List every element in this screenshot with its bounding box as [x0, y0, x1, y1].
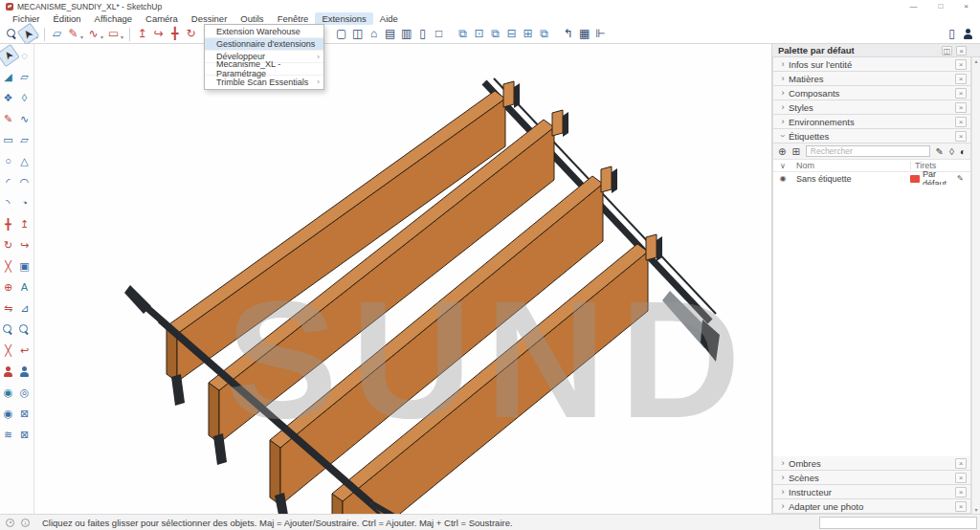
orbit-tool[interactable]: ◉	[0, 384, 16, 401]
menu-camera[interactable]: Caméra	[139, 12, 185, 25]
extension-d-icon[interactable]: ⊠	[16, 426, 33, 443]
section-close-icon[interactable]: ×	[955, 74, 967, 84]
push-pull-tool[interactable]: ↥	[134, 26, 150, 42]
tray-section-styles[interactable]: ›Styles×	[772, 100, 971, 115]
tag-row[interactable]: ◉Sans étiquettePar défaut✎	[773, 172, 970, 185]
style-wireframe-icon[interactable]: ⌂	[366, 26, 382, 42]
signin-icon[interactable]	[960, 26, 976, 42]
tag-edit-pencil-icon[interactable]: ✎	[957, 174, 970, 183]
zoom-window-tool[interactable]	[0, 320, 16, 338]
panel-pin-icon[interactable]: ◫	[942, 46, 952, 55]
tray-section-e-tiquettes[interactable]: ›Étiquettes×	[772, 129, 971, 144]
eraser-tool[interactable]: ▱	[16, 68, 33, 85]
add-tag-icon[interactable]: ⊕	[778, 146, 786, 157]
report-icon[interactable]: ▦	[576, 26, 592, 42]
tray-section-matie-res[interactable]: ›Matières×	[772, 72, 971, 86]
chevron-right-icon[interactable]: ›	[777, 473, 789, 482]
previous-view-tool[interactable]: ↩	[16, 342, 33, 359]
solid-intersect-icon[interactable]: ⊡	[471, 26, 487, 42]
scroll-down-icon[interactable]: ▾	[974, 506, 977, 514]
chevron-right-icon[interactable]: ›	[777, 102, 789, 112]
section-close-icon[interactable]: ×	[955, 88, 967, 99]
chevron-right-icon[interactable]: ›	[777, 487, 789, 497]
section-plane-tool[interactable]: ⊕	[0, 278, 16, 296]
text-tool[interactable]: A	[16, 278, 33, 296]
solid-outer-shell-icon[interactable]: ⧉	[455, 26, 471, 42]
solid-union-icon[interactable]: ⧉	[487, 26, 503, 42]
push-pull-tool[interactable]: ↥	[16, 215, 33, 232]
walk-tool[interactable]	[16, 363, 33, 380]
chevron-right-icon[interactable]: ›	[777, 88, 789, 98]
style-xray-icon[interactable]: ▢	[333, 26, 349, 42]
tray-section-instructeur[interactable]: ›Instructeur×	[772, 485, 971, 499]
style-shaded-icon[interactable]: ▥	[398, 26, 414, 42]
chevron-right-icon[interactable]: ›	[777, 59, 789, 69]
line-tool[interactable]: ✎	[0, 110, 16, 127]
tray-section-infos-sur-l-entite-[interactable]: ›Infos sur l'entité×	[772, 57, 971, 72]
extension-a-icon[interactable]: ◉	[0, 405, 16, 422]
rotate-tool[interactable]: ↻	[183, 26, 199, 42]
style-monochrome-icon[interactable]: □	[431, 26, 447, 42]
solid-subtract-icon[interactable]: ⊟	[503, 26, 520, 42]
section-close-icon[interactable]: ×	[955, 117, 967, 127]
paint-bucket-tool[interactable]: ◢	[0, 68, 16, 85]
rectangle-tool[interactable]: ▭	[105, 26, 122, 42]
measurements-input[interactable]	[819, 517, 977, 529]
info-icon[interactable]: i	[21, 519, 30, 527]
layout-icon[interactable]: ⊩	[592, 26, 609, 42]
rectangle-tool[interactable]: ▭	[0, 131, 16, 148]
extension-c-icon[interactable]: ≋	[0, 426, 16, 443]
style-back-edges-icon[interactable]: ◫	[349, 26, 366, 42]
scroll-up-icon[interactable]: ▴	[974, 57, 977, 65]
scale-tool[interactable]: ╳	[0, 257, 16, 275]
section-close-icon[interactable]: ×	[955, 458, 967, 469]
panel-scrollbar[interactable]: ▴ ▾	[971, 57, 980, 514]
tray-section-sce-nes[interactable]: ›Scènes×	[772, 471, 971, 485]
section-close-icon[interactable]: ×	[955, 501, 967, 512]
style-shaded-textures-icon[interactable]: ▯	[414, 26, 431, 42]
chevron-right-icon[interactable]: ›	[777, 458, 789, 468]
circle-tool[interactable]: ○	[0, 152, 16, 169]
tray-section-composants[interactable]: ›Composants×	[772, 86, 971, 100]
menu-affichage[interactable]: Affichage	[88, 12, 139, 25]
two-point-arc-tool[interactable]: ◠	[16, 173, 33, 190]
rotate-tool[interactable]: ↻	[0, 236, 16, 254]
eraser-tool[interactable]: ▱	[49, 26, 65, 42]
chevron-down-icon[interactable]: ›	[778, 130, 788, 142]
section-close-icon[interactable]: ×	[955, 59, 967, 70]
chevron-right-icon[interactable]: ›	[777, 74, 789, 83]
column-header-name[interactable]: Nom	[792, 161, 911, 170]
extension-b-icon[interactable]: ⊠	[16, 405, 33, 422]
tray-section-ombres[interactable]: ›Ombres×	[772, 456, 971, 471]
menu-edition[interactable]: Édition	[47, 12, 88, 25]
flip-along-tool[interactable]: ⇋	[0, 299, 16, 317]
freehand-tool[interactable]: ∿	[16, 110, 33, 127]
pie-tool[interactable]: ◔	[16, 194, 33, 211]
move-tool[interactable]: ╋	[167, 26, 183, 42]
offset-tool[interactable]: ▣	[16, 257, 33, 275]
look-around-tool[interactable]: ◎	[16, 384, 33, 401]
tray-section-adapter-une-photo[interactable]: ›Adapter une photo×	[772, 499, 971, 514]
tape-measure-tool[interactable]: ⊿	[16, 299, 33, 317]
menuitem-gestionnaire-d-extensions[interactable]: Gestionnaire d'extensions	[205, 38, 323, 51]
menu-fichier[interactable]: Fichier	[6, 12, 47, 25]
arc-tool[interactable]: ∿	[85, 26, 101, 42]
add-tag-folder-icon[interactable]: ⊞	[791, 146, 799, 157]
zoom-extents-tool[interactable]: ╳	[0, 342, 16, 359]
follow-me-tool[interactable]: ↪	[16, 236, 33, 254]
tag-icon[interactable]: ◊	[949, 146, 954, 157]
move-tool[interactable]: ╋	[0, 215, 16, 232]
zoom-tool[interactable]	[16, 320, 33, 338]
chevron-right-icon[interactable]: ›	[777, 117, 789, 126]
menu-aide[interactable]: Aide	[373, 12, 405, 25]
three-point-arc-tool[interactable]: ◝	[0, 194, 16, 211]
flip-icon[interactable]: ↰	[560, 26, 576, 42]
solid-trim-icon[interactable]: ⊞	[520, 26, 536, 42]
section-close-icon[interactable]: ×	[955, 102, 967, 113]
position-camera-tool[interactable]	[0, 363, 16, 380]
style-hidden-line-icon[interactable]: ▤	[382, 26, 398, 42]
chevron-right-icon[interactable]: ›	[777, 501, 789, 511]
minimize-button[interactable]: —	[909, 2, 917, 11]
maximize-button[interactable]: □	[938, 2, 943, 11]
geolocation-icon[interactable]	[6, 519, 14, 527]
